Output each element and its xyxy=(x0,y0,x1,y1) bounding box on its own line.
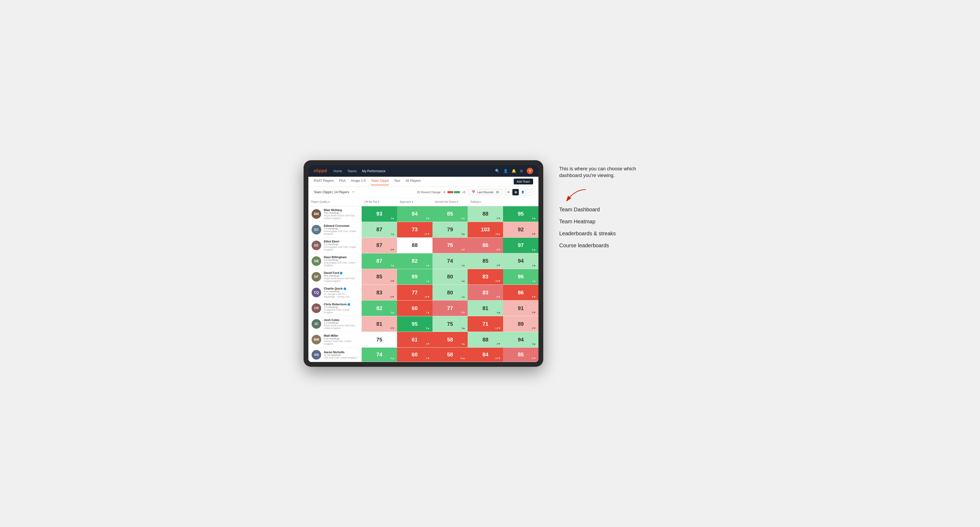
score-cell: 83-6▼ xyxy=(468,285,503,300)
player-info: Josh Coles1-5 HandicapRoyal North Devon … xyxy=(324,318,358,330)
score-cell: 801▲ xyxy=(433,285,468,300)
score-value: 82 xyxy=(376,305,382,311)
nav-right: 🔍 👤 🔔 ⊙ U xyxy=(495,168,533,174)
score-cell: 824▲ xyxy=(397,253,433,269)
score-change: -11▼ xyxy=(495,327,500,330)
score-cell: 741▲ xyxy=(433,253,468,269)
col-off-tee[interactable]: Off the Tee ▾ xyxy=(362,199,397,205)
person-icon[interactable]: 👤 xyxy=(503,169,508,173)
nav-teams[interactable]: Teams xyxy=(347,169,356,173)
player-club: Craigmillar Park, United Kingdom xyxy=(324,308,358,314)
score-cell: 75-3▼ xyxy=(433,238,468,253)
score-cell: 77-14▼ xyxy=(397,285,433,300)
search-icon[interactable]: 🔍 xyxy=(495,169,500,173)
player-handicap: 1-5 Handicap xyxy=(324,259,358,261)
col-around-green[interactable]: Around the Green ▾ xyxy=(433,199,468,205)
score-cell: 748▲ xyxy=(362,348,397,362)
score-value: 85 xyxy=(376,274,382,280)
view-grid-button[interactable]: ⊞ xyxy=(505,189,512,195)
score-change: -3▼ xyxy=(390,280,395,283)
score-value: 88 xyxy=(482,211,488,217)
table-row[interactable]: EEElliot Ebert1-5 HandicapSunningdale Go… xyxy=(309,238,538,253)
score-cell: 823▲ xyxy=(362,300,397,316)
player-name: Charlie Quick xyxy=(324,287,358,290)
player-handicap: 1-5 Handicap xyxy=(324,306,358,308)
player-avatar: EE xyxy=(312,241,321,250)
sub-nav-tour[interactable]: Tour xyxy=(394,179,400,185)
table-row[interactable]: MMMatt Miller6-10 HandicapWoburn Golf Cl… xyxy=(309,332,538,348)
score-change: 6▲ xyxy=(426,217,430,220)
score-value: 61 xyxy=(412,337,418,343)
score-change: -6▼ xyxy=(496,248,500,251)
player-club: Drift Golf Club, United Kingdom xyxy=(324,356,357,359)
score-value: 95 xyxy=(518,211,523,217)
score-change: 8▲ xyxy=(426,327,430,330)
col-putting[interactable]: Putting ▾ xyxy=(468,199,503,205)
logo: clippd xyxy=(314,168,327,173)
score-change: 3▲ xyxy=(532,343,536,345)
score-change: 1▲ xyxy=(532,264,536,267)
table-row[interactable]: CQCharlie Quick6-10 HandicapSt. George's… xyxy=(309,285,538,300)
score-change: -4▼ xyxy=(531,357,536,360)
sub-nav-hcaps[interactable]: Hcaps 1-5 xyxy=(351,179,366,185)
player-avatar: BM xyxy=(312,209,321,219)
score-cell: 89-2▼ xyxy=(503,316,538,332)
bell-icon[interactable]: 🔔 xyxy=(512,169,516,173)
score-change: 10▲ xyxy=(460,357,465,360)
view-heatmap-button[interactable]: ▦ xyxy=(512,189,519,195)
score-cell: 88-1▼ xyxy=(468,206,503,222)
score-change: 7▲ xyxy=(426,280,430,283)
table-row[interactable]: ECEdward Crossman1-5 HandicapSunningdale… xyxy=(309,222,538,238)
score-value: 87 xyxy=(376,242,382,248)
score-change: 8▲ xyxy=(461,217,465,220)
annotation-callout: This is where you can choose which dashb… xyxy=(559,165,644,179)
player-cell: BMBlair McHargPlus HandicapRoyal North D… xyxy=(309,206,362,222)
edit-icon[interactable]: ✏ xyxy=(352,190,355,194)
sub-nav-pga[interactable]: PGA xyxy=(339,179,346,185)
score-value: 58 xyxy=(447,337,453,343)
team-title: Team Clippd | 14 Players xyxy=(314,190,349,194)
sub-nav-pgat[interactable]: PGAT Players xyxy=(314,179,334,185)
score-change: 3▲ xyxy=(391,311,395,314)
player-info: Chris Robertson1-5 HandicapCraigmillar P… xyxy=(324,303,358,314)
annotation-item: Course leaderboards xyxy=(559,243,644,249)
player-info: Matt Miller6-10 HandicapWoburn Golf Club… xyxy=(324,334,358,345)
player-name: Matt Miller xyxy=(324,334,358,337)
score-change: -3▼ xyxy=(496,264,500,267)
player-club: Royal North Devon Golf Club, United King… xyxy=(324,324,358,330)
score-value: 85 xyxy=(482,258,488,264)
score-value: 79 xyxy=(447,227,453,233)
score-change: 1▲ xyxy=(391,233,395,235)
nav-my-performance[interactable]: My Performance xyxy=(362,169,385,173)
score-cell: 85-3▼ xyxy=(468,253,503,269)
player-name: Blair McHarg xyxy=(324,208,358,211)
col-player-quality[interactable]: Player Quality ▾ xyxy=(309,199,362,205)
player-name: Chris Robertson xyxy=(324,303,358,306)
nav-home[interactable]: Home xyxy=(333,169,342,173)
avatar[interactable]: U xyxy=(527,168,533,174)
score-value: 94 xyxy=(518,258,523,264)
score-value: 87 xyxy=(376,227,382,233)
sub-nav-team-clippd[interactable]: Team Clippd xyxy=(371,179,389,185)
score-value: 75 xyxy=(447,321,453,327)
annotation-item: Leaderboards & streaks xyxy=(559,230,644,237)
table-row[interactable]: DFDavid FordPlus HandicapRoyal North Dev… xyxy=(309,269,538,285)
col-approach[interactable]: Approach ▾ xyxy=(397,199,433,205)
table-row[interactable]: DBDave Billingham1-5 HandicapGog Magog G… xyxy=(309,253,538,269)
table-row[interactable]: ANAaron Nicholls11-15 HandicapDrift Golf… xyxy=(309,348,538,362)
table-row[interactable]: BMBlair McHargPlus HandicapRoyal North D… xyxy=(309,206,538,222)
score-change: -11▼ xyxy=(424,233,430,235)
player-handicap: 6-10 Handicap xyxy=(324,337,358,340)
table-row[interactable]: CRChris Robertson1-5 HandicapCraigmillar… xyxy=(309,300,538,316)
score-value: 87 xyxy=(376,258,382,264)
sub-nav-all-players[interactable]: All Players xyxy=(406,179,421,185)
score-cell: 75 xyxy=(362,332,397,347)
settings-icon[interactable]: ⊙ xyxy=(520,169,523,173)
change-plus: +5 xyxy=(462,190,466,194)
score-value: 74 xyxy=(376,352,382,358)
view-person-button[interactable]: 👤 xyxy=(520,189,526,195)
view-download-button[interactable]: ↓ xyxy=(527,189,533,195)
add-team-button[interactable]: Add Team xyxy=(514,179,533,184)
table-row[interactable]: JCJosh Coles1-5 HandicapRoyal North Devo… xyxy=(309,316,538,332)
last-rounds-button[interactable]: 📅 Last Rounds: 20 xyxy=(469,189,502,195)
